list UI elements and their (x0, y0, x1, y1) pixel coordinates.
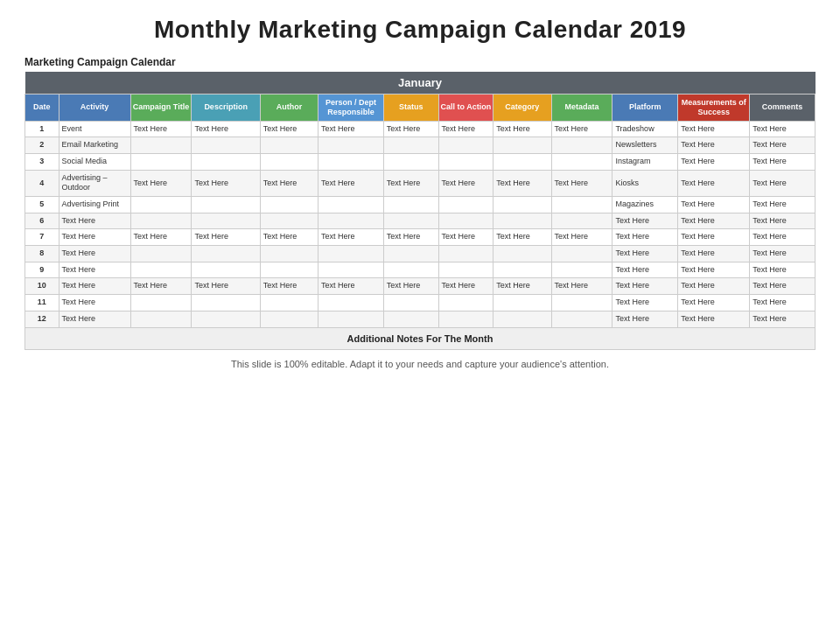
table-row: 3Social MediaInstagramText HereText Here (25, 153, 816, 170)
cell-activity: Text Here (59, 278, 130, 295)
cell-activity: Text Here (59, 246, 130, 262)
col-header-category: Category (494, 94, 551, 122)
col-header-campaign_title: Campaign Title (130, 94, 192, 122)
cell-description (192, 153, 260, 170)
cell-platform: Newsletters (612, 137, 678, 154)
cell-metadata (551, 262, 612, 278)
cell-comments: Text Here (750, 229, 816, 246)
cell-cta (438, 262, 494, 278)
cell-person (318, 213, 384, 229)
cell-metadata (551, 153, 612, 170)
cell-metadata (551, 295, 612, 312)
col-header-status: Status (383, 94, 438, 122)
col-header-activity: Activity (59, 94, 130, 122)
cell-cta: Text Here (438, 170, 494, 196)
cell-activity: Text Here (59, 213, 130, 229)
cell-campaign_title: Text Here (130, 170, 192, 196)
col-header-measure: Measurements of Success (678, 94, 750, 122)
col-header-comments: Comments (750, 94, 816, 122)
cell-comments: Text Here (750, 295, 816, 312)
cell-author (260, 153, 318, 170)
table-row: 10Text HereText HereText HereText HereTe… (25, 278, 816, 295)
cell-category (494, 213, 551, 229)
cell-comments: Text Here (750, 278, 816, 295)
cell-person: Text Here (318, 229, 384, 246)
cell-cta (438, 197, 494, 214)
cell-platform: Kiosks (612, 170, 678, 196)
cell-person (318, 137, 384, 154)
cell-category: Text Here (494, 278, 551, 295)
cell-campaign_title (130, 295, 192, 312)
cell-num: 8 (25, 246, 60, 262)
cell-author (260, 213, 318, 229)
cell-activity: Email Marketing (59, 137, 130, 154)
cell-measure: Text Here (678, 153, 750, 170)
cell-person: Text Here (318, 170, 384, 196)
cell-description: Text Here (192, 170, 260, 196)
cell-campaign_title (130, 137, 192, 154)
cell-description (192, 295, 260, 312)
table-row: 5Advertising PrintMagazinesText HereText… (25, 197, 816, 214)
cell-activity: Event (59, 121, 130, 137)
cell-platform: Text Here (612, 246, 678, 262)
col-header-date: Date (25, 94, 60, 122)
cell-category: Text Here (494, 170, 551, 196)
cell-num: 11 (25, 295, 60, 312)
cell-comments: Text Here (750, 137, 816, 154)
cell-campaign_title (130, 311, 192, 327)
section-label: Marketing Campaign Calendar (24, 56, 816, 68)
table-row: 7Text HereText HereText HereText HereTex… (25, 229, 816, 246)
table-row: 4Advertising – OutdoorText HereText Here… (25, 170, 816, 196)
cell-measure: Text Here (678, 295, 750, 312)
cell-status (383, 137, 438, 154)
cell-campaign_title: Text Here (130, 278, 192, 295)
cell-num: 3 (25, 153, 60, 170)
cell-platform: Tradeshow (612, 121, 678, 137)
cell-cta (438, 295, 494, 312)
cell-author (260, 262, 318, 278)
table-row: 1EventText HereText HereText HereText He… (25, 121, 816, 137)
cell-cta (438, 311, 494, 327)
table-row: 8Text HereText HereText HereText Here (25, 246, 816, 262)
cell-cta: Text Here (438, 278, 494, 295)
cell-activity: Text Here (59, 262, 130, 278)
cell-num: 5 (25, 197, 60, 214)
cell-description (192, 137, 260, 154)
cell-activity: Advertising Print (59, 197, 130, 214)
cell-description (192, 262, 260, 278)
calendar-table: JanuaryDateActivityCampaign TitleDescrip… (24, 72, 816, 350)
cell-status (383, 197, 438, 214)
cell-campaign_title (130, 246, 192, 262)
cell-metadata (551, 246, 612, 262)
col-header-metadata: Metadata (551, 94, 612, 122)
cell-person (318, 295, 384, 312)
cell-num: 9 (25, 262, 60, 278)
table-row: 9Text HereText HereText HereText Here (25, 262, 816, 278)
cell-author: Text Here (260, 121, 318, 137)
notes-cell: Additional Notes For The Month (25, 327, 816, 349)
cell-metadata (551, 137, 612, 154)
cell-metadata (551, 311, 612, 327)
cell-metadata (551, 213, 612, 229)
cell-comments: Text Here (750, 213, 816, 229)
cell-person: Text Here (318, 278, 384, 295)
cell-measure: Text Here (678, 278, 750, 295)
cell-activity: Social Media (59, 153, 130, 170)
cell-comments: Text Here (750, 197, 816, 214)
cell-status: Text Here (383, 278, 438, 295)
column-headers-row: DateActivityCampaign TitleDescriptionAut… (25, 94, 816, 122)
cell-person (318, 262, 384, 278)
cell-num: 7 (25, 229, 60, 246)
cell-author (260, 295, 318, 312)
cell-platform: Text Here (612, 229, 678, 246)
col-header-cta: Call to Action (438, 94, 494, 122)
cell-description (192, 197, 260, 214)
cell-status (383, 295, 438, 312)
cell-category (494, 246, 551, 262)
col-header-author: Author (260, 94, 318, 122)
cell-platform: Text Here (612, 278, 678, 295)
cell-campaign_title (130, 213, 192, 229)
cell-cta (438, 213, 494, 229)
cell-category (494, 295, 551, 312)
cell-category: Text Here (494, 121, 551, 137)
